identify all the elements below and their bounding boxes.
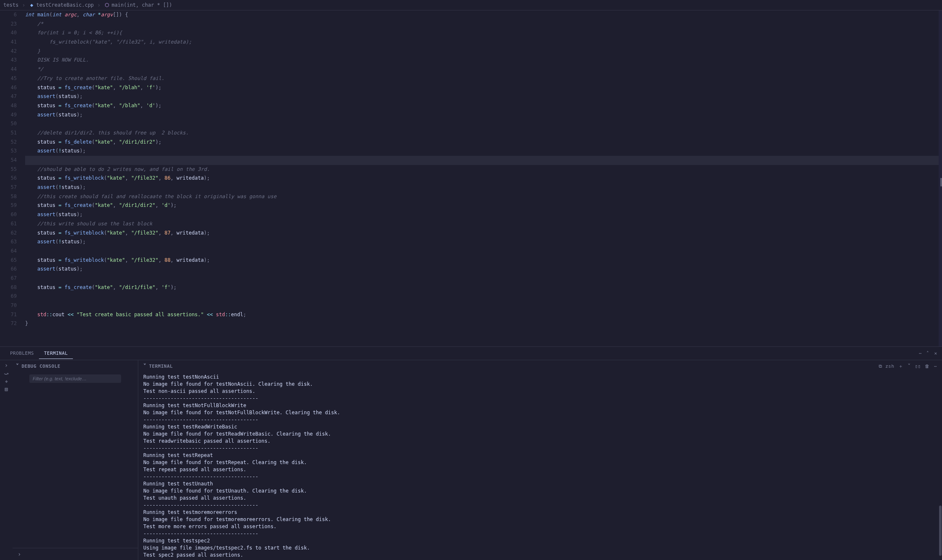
terminal-scrollbar[interactable] — [939, 372, 942, 560]
more-icon[interactable]: ⋯ — [934, 364, 937, 369]
trash-icon[interactable]: 🗑 — [925, 364, 930, 369]
terminal-output[interactable]: Running test testNonAscii No image file … — [138, 372, 939, 560]
terminal-header: ˅ TERMINAL ⧉ zsh ＋ ˅ ▯▯ 🗑 ⋯ — [138, 360, 942, 372]
close-icon[interactable]: ✕ — [934, 351, 937, 356]
split-terminal-icon[interactable]: ▯▯ — [915, 364, 921, 369]
app-root: tests › ◆ testCreateBasic.cpp › ⬡ main(i… — [0, 0, 942, 560]
chevron-right-icon: › — [97, 2, 101, 8]
terminal-title: TERMINAL — [149, 364, 173, 369]
breadcrumb-symbol-label: main(int, char * []) — [111, 2, 172, 8]
code-content[interactable]: int main(int argc, char *argv[]) { /* fo… — [25, 10, 939, 346]
chevron-up-icon[interactable]: ˄ — [926, 351, 929, 356]
new-terminal-icon[interactable]: ＋ — [898, 363, 903, 369]
chevron-down-icon[interactable]: ˅ — [908, 363, 911, 369]
method-icon: ⬡ — [104, 2, 110, 8]
shell-indicator[interactable]: ⧉ zsh — [879, 364, 894, 369]
step-icon[interactable]: ⤻ — [4, 370, 9, 377]
cpp-file-icon: ◆ — [29, 2, 35, 8]
chevron-right-icon: › — [22, 2, 25, 8]
breadcrumb-file[interactable]: ◆ testCreateBasic.cpp — [29, 2, 94, 8]
bug-icon[interactable]: ⌖ — [5, 379, 8, 385]
debug-console-title: DEBUG CONSOLE — [22, 364, 61, 369]
tab-problems[interactable]: PROBLEMS — [5, 348, 39, 359]
debug-console: ˅ DEBUG CONSOLE › — [13, 360, 138, 560]
debug-filter-input[interactable] — [29, 374, 121, 383]
panel-tabs: PROBLEMS TERMINAL ⋯ ˄ ✕ — [0, 347, 942, 360]
bottom-panel: PROBLEMS TERMINAL ⋯ ˄ ✕ › ⤻ ⌖ ▤ ˅ DEBUG … — [0, 346, 942, 560]
panel-tab-actions: ⋯ ˄ ✕ — [919, 351, 937, 356]
breadcrumb-folder[interactable]: tests — [3, 2, 18, 8]
debug-console-body — [13, 385, 138, 548]
debug-console-header: ˅ DEBUG CONSOLE — [13, 360, 138, 372]
breadcrumb: tests › ◆ testCreateBasic.cpp › ⬡ main(i… — [0, 0, 942, 10]
line-number-gutter: 6234041424344454647484950515253545556575… — [0, 10, 25, 346]
terminal-panel: ˅ TERMINAL ⧉ zsh ＋ ˅ ▯▯ 🗑 ⋯ — [138, 360, 942, 560]
breadcrumb-folder-label: tests — [3, 2, 18, 8]
chevron-right-icon[interactable]: › — [5, 362, 8, 369]
tab-terminal[interactable]: TERMINAL — [39, 348, 73, 359]
chevron-down-icon[interactable]: ˅ — [16, 363, 19, 369]
shell-icon: ⧉ — [879, 364, 882, 369]
debug-gutter-controls: › ⤻ ⌖ ▤ — [0, 360, 13, 560]
breadcrumb-symbol[interactable]: ⬡ main(int, char * []) — [104, 2, 172, 8]
minimap[interactable] — [939, 10, 942, 346]
minimap-viewport-indicator[interactable] — [940, 178, 942, 186]
terminal-toolbar: ⧉ zsh ＋ ˅ ▯▯ 🗑 ⋯ — [879, 363, 937, 369]
shell-name-label: zsh — [885, 364, 894, 369]
debug-prompt[interactable]: › — [13, 548, 138, 560]
breadcrumb-file-label: testCreateBasic.cpp — [36, 2, 94, 8]
chevron-down-icon[interactable]: ˅ — [143, 363, 147, 369]
more-icon[interactable]: ⋯ — [919, 351, 922, 356]
scrollbar-thumb[interactable] — [939, 506, 942, 556]
chevron-right-icon: › — [18, 551, 21, 557]
editor[interactable]: 6234041424344454647484950515253545556575… — [0, 10, 942, 346]
clipboard-icon[interactable]: ▤ — [5, 386, 8, 392]
panel-body: › ⤻ ⌖ ▤ ˅ DEBUG CONSOLE › ˅ TERMI — [0, 360, 942, 560]
